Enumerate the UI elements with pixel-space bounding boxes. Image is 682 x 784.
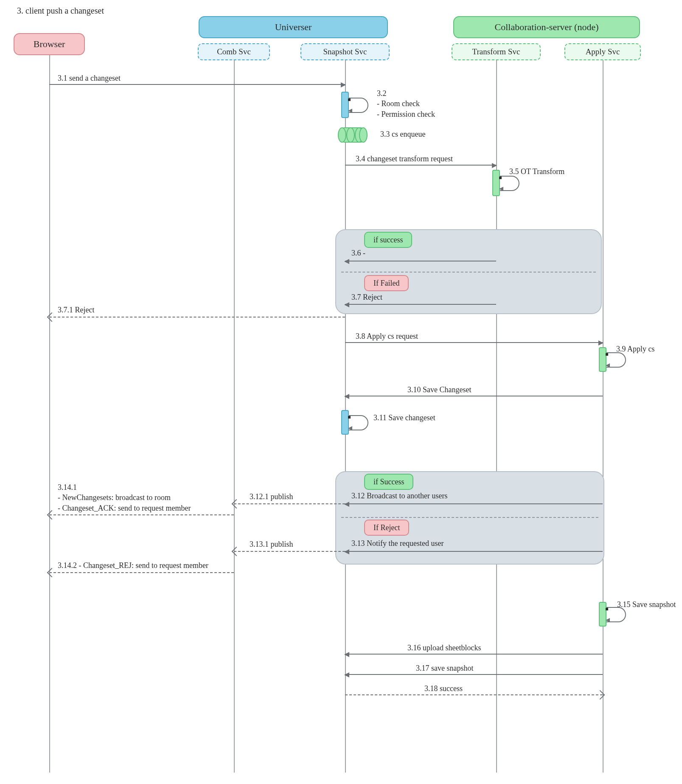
label-3-9: 3.9 Apply cs	[616, 345, 655, 354]
sub-comb: Comb Svc	[198, 43, 270, 60]
activation-3-2	[341, 92, 349, 118]
sub-snapshot-label: Snapshot Svc	[323, 47, 367, 56]
lifeline-apply	[603, 60, 603, 773]
activation-3-9	[599, 347, 606, 372]
label-3-2-num: 3.2	[377, 89, 387, 98]
label-3-12: 3.12 Broadcast to another users	[351, 492, 447, 500]
arrow-3-12-1	[234, 503, 345, 504]
tag-if-success-1: if success	[364, 232, 412, 248]
label-3-10: 3.10 Save Changeset	[407, 385, 471, 394]
label-3-13-1: 3.13.1 publish	[250, 540, 293, 549]
sub-transform-label: Transform Svc	[472, 47, 520, 56]
label-3-14-2: 3.14.2 - Changeset_REJ: send to request …	[58, 561, 208, 570]
label-3-16: 3.16 upload sheetblocks	[407, 643, 481, 652]
label-3-6: 3.6 -	[351, 249, 365, 258]
queue-3-3	[338, 127, 368, 143]
label-3-2: 3.2 - Room check - Permission check	[377, 88, 470, 119]
participant-browser-label: Browser	[34, 39, 65, 50]
sub-snapshot: Snapshot Svc	[300, 43, 390, 60]
tag-if-success-2-label: if Success	[373, 478, 404, 486]
sub-comb-label: Comb Svc	[217, 47, 251, 56]
label-3-3: 3.3 cs enqueue	[380, 130, 425, 139]
arrow-3-14-1	[49, 514, 234, 515]
label-3-14-1-l1: - NewChangesets: broadcast to room	[58, 493, 171, 502]
activation-3-11	[341, 410, 349, 435]
label-3-8: 3.8 Apply cs request	[356, 332, 418, 341]
sub-apply-label: Apply Svc	[586, 47, 620, 56]
participant-univerServer-label: Universer	[275, 22, 312, 33]
selfloop-3-9	[606, 352, 626, 368]
label-3-12-1: 3.12.1 publish	[250, 492, 293, 501]
participant-browser: Browser	[14, 33, 85, 55]
label-3-1: 3.1 send a changeset	[58, 74, 121, 83]
label-3-15: 3.15 Save snapshot	[617, 600, 676, 609]
label-3-5: 3.5 OT Transform	[509, 167, 564, 176]
label-3-11: 3.11 Save changeset	[373, 413, 435, 422]
sequence-diagram: 3. client push a changeset Browser Unive…	[0, 0, 682, 784]
tag-if-failed-1: If Failed	[364, 275, 409, 291]
arrow-3-17	[345, 674, 603, 675]
selfloop-3-11	[349, 415, 368, 430]
label-3-17: 3.17 save snapshot	[416, 664, 473, 673]
arrow-3-10	[345, 396, 603, 396]
label-3-4: 3.4 changeset transform request	[356, 155, 453, 163]
label-3-18: 3.18 success	[424, 684, 463, 693]
label-3-13: 3.13 Notify the requested user	[351, 539, 443, 548]
tag-if-reject-2-label: If Reject	[373, 523, 400, 532]
selfloop-3-2	[349, 98, 368, 113]
lifeline-comb	[234, 60, 235, 773]
arrow-3-13	[345, 551, 603, 552]
selfloop-3-15	[606, 607, 626, 622]
tag-if-success-2: if Success	[364, 474, 413, 490]
arrow-3-6	[345, 261, 496, 261]
lifeline-browser	[49, 55, 50, 773]
sub-apply: Apply Svc	[564, 43, 641, 60]
label-3-2-l2: - Permission check	[377, 110, 435, 118]
activation-3-5	[492, 170, 500, 196]
participant-collabServer-label: Collaboration-server (node)	[495, 22, 599, 33]
arrow-3-7	[345, 304, 496, 305]
selfloop-3-5	[500, 176, 519, 191]
arrow-3-14-2	[49, 572, 234, 573]
label-3-2-l1: - Room check	[377, 99, 420, 108]
label-3-7-1: 3.7.1 Reject	[58, 306, 94, 315]
tag-if-failed-1-label: If Failed	[373, 279, 399, 288]
arrow-3-16	[345, 654, 603, 655]
arrow-3-13-1	[234, 551, 345, 552]
arrow-3-7-1	[49, 317, 345, 318]
arrow-3-18	[345, 694, 603, 695]
arrow-3-12	[345, 503, 603, 504]
diagram-title: 3. client push a changeset	[17, 6, 104, 16]
tag-if-success-1-label: if success	[373, 236, 403, 244]
sub-transform: Transform Svc	[452, 43, 541, 60]
label-3-14-1: 3.14.1 - NewChangesets: broadcast to roo…	[58, 482, 236, 513]
label-3-14-1-num: 3.14.1	[58, 483, 77, 492]
arrow-3-1	[49, 84, 345, 85]
participant-collabServer: Collaboration-server (node)	[453, 16, 640, 38]
activation-3-15	[599, 602, 606, 627]
participant-univerServer: Universer	[199, 16, 388, 38]
tag-if-reject-2: If Reject	[364, 520, 409, 536]
label-3-14-1-l2: - Changeset_ACK: send to request member	[58, 504, 191, 512]
label-3-7: 3.7 Reject	[351, 293, 382, 302]
arrow-3-8	[345, 342, 603, 343]
arrow-3-4	[345, 165, 496, 166]
